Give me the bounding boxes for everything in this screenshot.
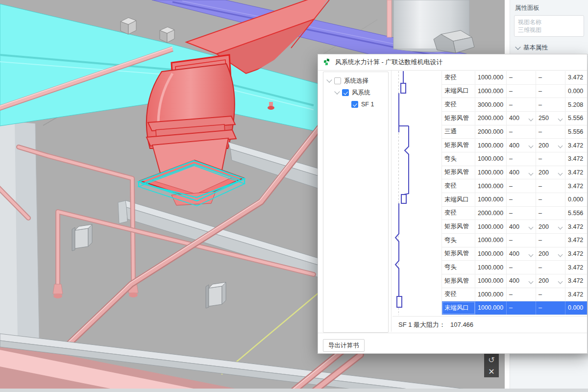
cell-res[interactable]: 3.472 — [565, 288, 587, 301]
cell-res[interactable]: 3.472 — [565, 152, 587, 166]
dropdown-chevron-icon[interactable] — [529, 171, 534, 175]
cell-name[interactable]: 变径 — [442, 288, 475, 301]
table-row[interactable]: 弯头1000.000––3.472 — [442, 234, 587, 247]
cell-h[interactable]: – — [536, 85, 565, 98]
cell-res[interactable]: 5.208 — [565, 98, 587, 111]
cell-w[interactable]: – — [507, 288, 536, 301]
dropdown-chevron-icon[interactable] — [558, 144, 563, 148]
cell-flow[interactable]: 2000.000 — [475, 112, 507, 125]
table-row[interactable]: 矩形风管1000.0004002003.472 — [442, 247, 587, 261]
cell-w[interactable]: – — [507, 85, 536, 98]
cell-name[interactable]: 三通 — [442, 125, 475, 139]
cell-h[interactable]: 200 — [536, 220, 565, 233]
reset-view-icon[interactable]: ↺ — [484, 354, 499, 366]
chevron-down-icon[interactable] — [334, 89, 340, 94]
checkbox-sf1[interactable] — [351, 101, 358, 108]
cell-w[interactable]: 400 — [507, 274, 536, 288]
cell-name[interactable]: 末端风口 — [442, 301, 475, 315]
cell-res[interactable]: 3.472 — [565, 261, 587, 274]
table-row[interactable]: 末端风口1000.000––0.000 — [442, 193, 587, 207]
table-row[interactable]: 末端风口1000.000––0.000 — [442, 85, 587, 98]
cell-name[interactable]: 变径 — [442, 207, 475, 220]
cell-res[interactable]: 5.556 — [565, 207, 587, 220]
cell-res[interactable]: 3.472 — [565, 166, 587, 179]
cell-name[interactable]: 弯头 — [442, 261, 475, 274]
cell-h[interactable]: – — [536, 193, 565, 206]
cell-res[interactable]: 3.472 — [565, 179, 587, 193]
table-row[interactable]: 变径2000.000––5.556 — [442, 207, 587, 220]
cell-res[interactable]: 0.000 — [565, 193, 587, 206]
dropdown-chevron-icon[interactable] — [558, 279, 563, 284]
dropdown-chevron-icon[interactable] — [529, 252, 534, 257]
table-row[interactable]: 末端风口1000.000––0.000 — [442, 301, 587, 315]
cell-h[interactable]: – — [536, 179, 565, 193]
cell-name[interactable]: 变径 — [442, 179, 475, 193]
cell-flow[interactable]: 2000.000 — [475, 207, 507, 220]
table-row[interactable]: 矩形风管1000.0004002003.472 — [442, 274, 587, 288]
cell-name[interactable]: 弯头 — [442, 234, 475, 247]
cell-flow[interactable]: 1000.000 — [475, 193, 507, 206]
dropdown-chevron-icon[interactable] — [558, 117, 563, 122]
cell-h[interactable]: – — [536, 152, 565, 166]
cell-flow[interactable]: 2000.000 — [475, 125, 507, 139]
cell-w[interactable]: – — [507, 125, 536, 139]
cell-flow[interactable]: 1000.000 — [475, 220, 507, 233]
tree-node-sf1[interactable]: SF 1 — [323, 98, 388, 110]
cell-flow[interactable]: 1000.000 — [475, 288, 507, 301]
table-row[interactable]: 变径1000.000––3.472 — [442, 179, 587, 193]
dropdown-chevron-icon[interactable] — [529, 225, 534, 230]
cell-w[interactable]: – — [507, 234, 536, 247]
cell-res[interactable]: 3.472 — [565, 274, 587, 288]
cell-res[interactable]: 3.472 — [565, 220, 587, 233]
export-report-button[interactable]: 导出计算书 — [323, 339, 365, 352]
cell-w[interactable]: – — [507, 98, 536, 111]
cell-h[interactable]: – — [536, 71, 565, 84]
cell-h[interactable]: – — [536, 301, 565, 315]
cell-res[interactable]: 5.556 — [565, 125, 587, 139]
table-row[interactable]: 变径1000.000––3.472 — [442, 71, 587, 85]
table-row[interactable]: 矩形风管1000.0004002003.472 — [442, 220, 587, 234]
table-row[interactable]: 矩形风管1000.0004002003.472 — [442, 166, 587, 180]
cell-name[interactable]: 弯头 — [442, 152, 475, 166]
cell-w[interactable]: 400 — [507, 112, 536, 125]
cell-h[interactable]: – — [536, 234, 565, 247]
table-row[interactable]: 矩形风管1000.0004002003.472 — [442, 139, 587, 152]
view-name-input[interactable]: 视图名称 三维视图 — [514, 15, 584, 37]
dropdown-chevron-icon[interactable] — [529, 117, 534, 122]
cell-flow[interactable]: 1000.000 — [475, 85, 507, 98]
cell-flow[interactable]: 1000.000 — [475, 234, 507, 247]
cell-flow[interactable]: 3000.000 — [475, 98, 507, 111]
cell-name[interactable]: 矩形风管 — [442, 112, 475, 125]
cell-h[interactable]: – — [536, 288, 565, 301]
cell-flow[interactable]: 1000.000 — [475, 261, 507, 274]
cell-h[interactable]: 200 — [536, 139, 565, 152]
table-row[interactable]: 矩形风管2000.0004002505.556 — [442, 112, 587, 125]
table-row[interactable]: 三通2000.000––5.556 — [442, 125, 587, 139]
cell-w[interactable]: 400 — [507, 139, 536, 152]
cell-name[interactable]: 矩形风管 — [442, 166, 475, 179]
cell-w[interactable]: – — [507, 179, 536, 193]
cell-h[interactable]: – — [536, 98, 565, 111]
cell-res[interactable]: 3.472 — [565, 234, 587, 247]
cell-w[interactable]: – — [507, 71, 536, 84]
cell-name[interactable]: 矩形风管 — [442, 139, 475, 152]
cell-res[interactable]: 3.472 — [565, 247, 587, 261]
close-view-icon[interactable]: ✕ — [484, 366, 499, 377]
dropdown-chevron-icon[interactable] — [558, 171, 563, 175]
cell-w[interactable]: – — [507, 193, 536, 206]
table-row[interactable]: 弯头1000.000––3.472 — [442, 152, 587, 166]
cell-flow[interactable]: 1000.000 — [475, 179, 507, 193]
table-row[interactable]: 弯头1000.000––3.472 — [442, 261, 587, 274]
dropdown-chevron-icon[interactable] — [529, 279, 534, 284]
cell-name[interactable]: 变径 — [442, 98, 475, 111]
cell-w[interactable]: 400 — [507, 220, 536, 233]
cell-name[interactable]: 末端风口 — [442, 193, 475, 206]
cell-res[interactable]: 0.000 — [565, 85, 587, 98]
cell-flow[interactable]: 1000.000 — [475, 71, 507, 84]
cell-h[interactable]: – — [536, 125, 565, 139]
dropdown-chevron-icon[interactable] — [558, 252, 563, 257]
cell-flow[interactable]: 1000.000 — [475, 139, 507, 152]
cell-flow[interactable]: 1000.000 — [475, 166, 507, 179]
cell-w[interactable]: 400 — [507, 247, 536, 261]
dialog-titlebar[interactable]: 风系统水力计算 - 广联达数维机电设计 — [318, 54, 587, 71]
